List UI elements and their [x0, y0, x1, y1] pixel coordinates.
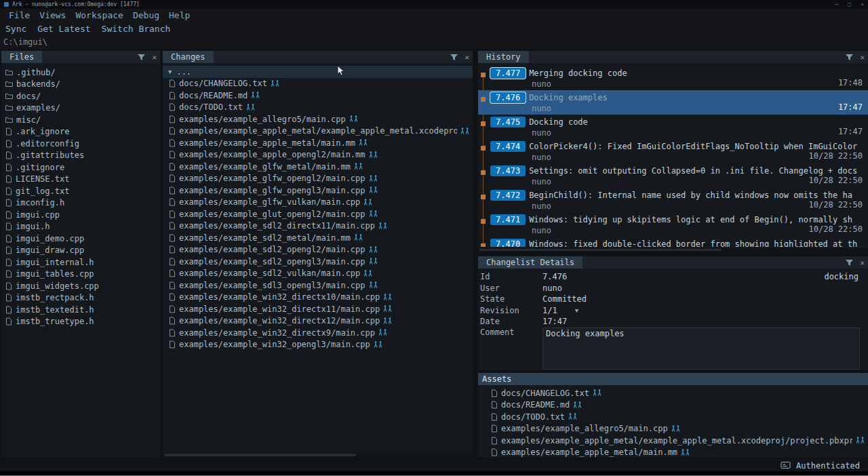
file-tree-file-row[interactable]: imconfig.h: [1, 197, 160, 210]
maximize-button[interactable]: □: [848, 1, 851, 7]
timeline-marker-icon: [481, 219, 486, 224]
tab-history[interactable]: History: [478, 51, 529, 63]
file-tree-folder-row[interactable]: misc/: [1, 114, 160, 126]
file-tree-file-row[interactable]: imgui_tables.cpp: [1, 269, 160, 281]
tab-changes[interactable]: Changes: [163, 51, 214, 63]
changed-file-name: examples/example_apple_metal/example_app…: [179, 126, 457, 136]
scrollbar-thumb[interactable]: [164, 454, 356, 456]
file-tree-file-row[interactable]: imstb_textedit.h: [1, 304, 160, 316]
file-tree-file-row[interactable]: imgui_draw.cpp: [1, 245, 160, 257]
scrollbar-thumb[interactable]: [479, 249, 722, 251]
file-tree-folder-row[interactable]: docs/: [1, 90, 160, 102]
file-tree-file-row[interactable]: imstb_rectpack.h: [1, 292, 160, 304]
detail-field-date: Date 17:47: [478, 316, 868, 328]
toolbar-button[interactable]: Get Latest: [37, 24, 90, 34]
close-panel-icon[interactable]: ✕: [856, 256, 868, 269]
asset-row[interactable]: examples/example_allegro5/main.cpp: [478, 423, 868, 435]
asset-row[interactable]: examples/example_apple_metal/example_app…: [478, 435, 868, 447]
changed-file-row[interactable]: examples/example_glut_opengl2/main.cpp: [163, 208, 473, 220]
assets-panel-header[interactable]: Assets: [478, 373, 868, 385]
changed-file-row[interactable]: examples/example_sdl2_metal/main.mm: [163, 232, 473, 244]
filter-icon[interactable]: [842, 51, 856, 63]
file-tree-file-row[interactable]: .ark_ignore: [1, 126, 160, 138]
file-tree-file-row[interactable]: imgui.h: [1, 221, 160, 233]
menu-item[interactable]: Debug: [128, 10, 164, 20]
asset-row[interactable]: docs/TODO.txt: [478, 411, 868, 423]
changed-file-row[interactable]: examples/example_sdl2_opengl2/main.cpp: [163, 244, 473, 256]
file-tree-file-row[interactable]: LICENSE.txt: [1, 174, 160, 186]
toolbar-button[interactable]: Switch Branch: [102, 24, 171, 34]
horizontal-scrollbar[interactable]: [478, 248, 868, 252]
changed-file-row[interactable]: examples/example_win32_directx9/main.cpp: [163, 327, 473, 339]
file-tree-folder-row[interactable]: .github/: [1, 66, 160, 79]
changed-file-row[interactable]: examples/example_win32_directx11/main.cp…: [163, 303, 473, 315]
changed-file-row[interactable]: docs/README.md: [163, 90, 473, 102]
asset-row[interactable]: examples/example_apple_metal/main.mm: [478, 447, 868, 458]
files-list: .github/ backends/ docs/ examples/ misc/…: [1, 63, 160, 458]
filter-icon[interactable]: [134, 51, 149, 63]
filter-icon[interactable]: [842, 256, 856, 269]
history-commit-row[interactable]: 7.471 Windows: tidying up skipitems logi…: [478, 212, 868, 237]
changed-file-row[interactable]: examples/example_glfw_metal/main.mm: [163, 161, 473, 173]
changed-file-row[interactable]: examples/example_win32_directx10/main.cp…: [163, 292, 473, 304]
history-commit-row[interactable]: 7.477 Merging docking code nuno 17:48: [478, 66, 868, 90]
file-tree-file-row[interactable]: imstb_truetype.h: [1, 316, 160, 328]
menu-item[interactable]: Help: [164, 10, 195, 20]
asset-row[interactable]: docs/CHANGELOG.txt: [478, 387, 868, 399]
changed-file-row[interactable]: examples/example_glfw_vulkan/main.cpp: [163, 197, 473, 209]
close-panel-icon[interactable]: ✕: [149, 51, 160, 63]
file-tree-file-row[interactable]: .gitattributes: [1, 150, 160, 162]
changed-file-row[interactable]: examples/example_apple_metal/example_app…: [163, 125, 473, 138]
tab-changelist-details[interactable]: Changelist Details: [478, 256, 583, 269]
history-commit-row[interactable]: 7.476 Docking examples nuno 17:47: [478, 90, 868, 115]
changed-file-row[interactable]: examples/example_sdl2_directx11/main.cpp: [163, 220, 473, 233]
revision-dropdown[interactable]: ▼: [575, 307, 578, 314]
history-commit-row[interactable]: 7.475 Docking code nuno 17:47: [478, 115, 868, 139]
file-tree-folder-row[interactable]: examples/: [1, 102, 160, 115]
file-tree-file-row[interactable]: imgui_widgets.cpp: [1, 280, 160, 292]
changed-file-row[interactable]: examples/example_win32_opengl3/main.cpp: [163, 339, 473, 351]
toolbar-button[interactable]: Sync: [5, 24, 26, 34]
menu-item[interactable]: File: [4, 10, 35, 20]
changed-file-row[interactable]: examples/example_apple_opengl2/main.mm: [163, 149, 473, 161]
close-panel-icon[interactable]: ✕: [461, 51, 473, 63]
file-tree-file-row[interactable]: .editorconfig: [1, 138, 160, 150]
tab-files[interactable]: Files: [1, 51, 42, 63]
file-name: imgui_draw.cpp: [16, 245, 84, 255]
comment-box[interactable]: Docking examples: [542, 328, 860, 370]
close-window-button[interactable]: ✕: [861, 1, 864, 7]
file-tree-file-row[interactable]: imgui_demo.cpp: [1, 233, 160, 245]
history-commit-row[interactable]: 7.472 BeginChild(): Internal name used b…: [478, 188, 868, 212]
minimize-button[interactable]: ─: [835, 1, 839, 7]
changed-file-row[interactable]: examples/example_allegro5/main.cpp: [163, 113, 473, 125]
changed-file-row[interactable]: docs/CHANGELOG.txt: [163, 78, 473, 90]
changed-file-row[interactable]: examples/example_sdl3_opengl3/main.cpp: [163, 279, 473, 292]
file-tree-file-row[interactable]: .gitignore: [1, 161, 160, 174]
file-tree-folder-row[interactable]: backends/: [1, 79, 160, 91]
changed-file-row[interactable]: examples/example_sdl2_opengl3/main.cpp: [163, 256, 473, 268]
asset-row[interactable]: docs/README.md: [478, 399, 868, 412]
history-commit-row[interactable]: 7.474 ColorPicker4(): Fixed ImGuiColorEd…: [478, 139, 868, 163]
changed-file-row[interactable]: examples/example_apple_metal/main.mm: [163, 137, 473, 149]
file-tree-file-row[interactable]: imgui.cpp: [1, 209, 160, 221]
changed-file-row[interactable]: examples/example_glfw_opengl3/main.cpp: [163, 184, 473, 197]
comment-text: Docking examples: [546, 329, 625, 338]
history-commit-row[interactable]: 7.473 Settings: omit outputing Collapsed…: [478, 163, 868, 188]
close-panel-icon[interactable]: ✕: [856, 51, 868, 63]
changed-file-row[interactable]: examples/example_sdl2_vulkan/main.cpp: [163, 268, 473, 280]
horizontal-scrollbar[interactable]: [163, 452, 473, 458]
menu-item[interactable]: Workspace: [71, 10, 127, 20]
changed-file-row[interactable]: examples/example_glfw_opengl2/main.cpp: [163, 173, 473, 185]
changed-file-name: examples/example_glut_opengl2/main.cpp: [179, 210, 366, 219]
filter-icon[interactable]: [447, 51, 461, 63]
window-titlebar[interactable]: Ark - nuno@ark-vcs.com:Omega:dev [1477] …: [0, 0, 868, 9]
field-label: Date: [480, 317, 542, 326]
file-tree-file-row[interactable]: git_log.txt: [1, 185, 160, 197]
menu-item[interactable]: Views: [35, 10, 71, 20]
changed-file-row[interactable]: docs/TODO.txt: [163, 102, 473, 114]
changed-file-row[interactable]: examples/example_win32_directx12/main.cp…: [163, 315, 473, 328]
history-commit-row[interactable]: 7.470 Windows: fixed double-clicked bord…: [478, 237, 868, 247]
expand-triangle-icon[interactable]: ▼: [168, 68, 172, 75]
file-tree-file-row[interactable]: imgui_internal.h: [1, 256, 160, 269]
changes-root-row[interactable]: ▼ ...: [163, 66, 473, 78]
